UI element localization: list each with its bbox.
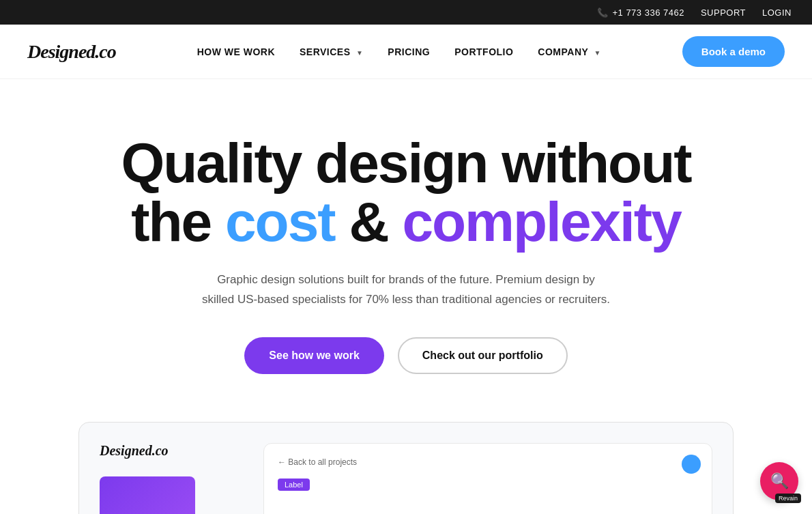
chat-widget-label: Revain xyxy=(775,494,801,503)
screenshot-blue-dot xyxy=(682,455,701,474)
hero-title: Quality design without the cost & comple… xyxy=(99,134,713,251)
login-link[interactable]: LOGIN xyxy=(762,8,792,18)
chevron-down-icon: ▼ xyxy=(356,49,363,57)
back-to-projects-link[interactable]: Back to all projects xyxy=(278,457,698,467)
nav-link-how-we-work[interactable]: HOW WE WORK xyxy=(197,46,275,57)
phone-link[interactable]: +1 773 336 7462 xyxy=(612,8,684,18)
nav-item-portfolio[interactable]: PORTFOLIO xyxy=(454,46,513,58)
chevron-down-icon-company: ▼ xyxy=(594,49,601,57)
hero-title-line1: Quality design without xyxy=(121,132,691,194)
hero-buttons: See how we work Check out our portfolio xyxy=(14,337,798,374)
nav-links: HOW WE WORK SERVICES ▼ PRICING PORTFOLIO… xyxy=(197,46,601,58)
nav-item-pricing[interactable]: PRICING xyxy=(388,46,430,58)
nav-item-services[interactable]: SERVICES ▼ xyxy=(300,46,363,58)
hero-section: Quality design without the cost & comple… xyxy=(0,79,812,388)
book-demo-button[interactable]: Book a demo xyxy=(682,36,785,67)
hero-title-line2-prefix: the xyxy=(131,190,225,253)
screenshot-tag: Label xyxy=(278,479,310,491)
hero-subtitle: Graphic design solutions built for brand… xyxy=(201,270,611,310)
hero-title-cost: cost xyxy=(225,190,335,253)
top-bar: 📞 +1 773 336 7462 SUPPORT LOGIN xyxy=(0,0,812,25)
navbar: Designed.co HOW WE WORK SERVICES ▼ PRICI… xyxy=(0,25,812,79)
check-portfolio-button[interactable]: Check out our portfolio xyxy=(398,337,568,374)
support-link[interactable]: SUPPORT xyxy=(701,8,746,18)
hero-title-ampersand: & xyxy=(335,190,403,253)
nav-link-portfolio[interactable]: PORTFOLIO xyxy=(454,46,513,57)
screenshot-preview: Designed.co Back to all projects Label xyxy=(65,422,747,514)
nav-link-services[interactable]: SERVICES ▼ xyxy=(300,46,363,57)
chat-search-icon: 🔍 xyxy=(770,472,789,490)
screenshot-left-panel: Designed.co xyxy=(100,443,250,514)
hero-title-complexity: complexity xyxy=(402,190,680,253)
nav-item-how-we-work[interactable]: HOW WE WORK xyxy=(197,46,275,58)
screenshot-logo: Designed.co xyxy=(100,443,169,459)
logo[interactable]: Designed.co xyxy=(27,41,116,63)
screenshot-purple-bar xyxy=(100,476,195,514)
nav-link-company[interactable]: COMPANY ▼ xyxy=(538,46,601,57)
nav-link-pricing[interactable]: PRICING xyxy=(388,46,430,57)
phone-icon: 📞 xyxy=(597,8,608,18)
see-how-we-work-button[interactable]: See how we work xyxy=(244,337,383,374)
screenshot-right-panel: Back to all projects Label xyxy=(263,443,712,514)
nav-item-company[interactable]: COMPANY ▼ xyxy=(538,46,601,58)
chat-widget[interactable]: 🔍 Revain xyxy=(760,462,798,500)
phone-info: 📞 +1 773 336 7462 xyxy=(597,8,684,18)
screenshot-frame: Designed.co Back to all projects Label xyxy=(78,422,734,514)
